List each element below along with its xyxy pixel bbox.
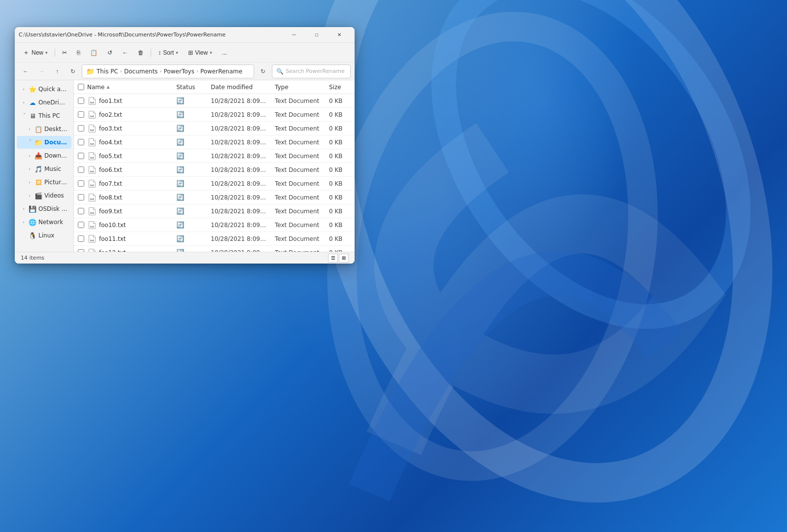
file-checkbox[interactable] bbox=[78, 222, 84, 228]
nav-refresh-button[interactable]: ↻ bbox=[66, 65, 80, 78]
file-type: Text Document bbox=[271, 180, 325, 187]
sidebar-item-downloads[interactable]: › 📥 Downloads bbox=[17, 149, 71, 162]
new-button[interactable]: ＋ New ▾ bbox=[19, 46, 52, 60]
table-row[interactable]: txt foo9.txt 🔄 10/28/2021 8:09 AM Text D… bbox=[74, 204, 355, 218]
refresh-button[interactable]: ↺ bbox=[103, 46, 116, 60]
file-checkbox[interactable] bbox=[78, 166, 84, 173]
table-row[interactable]: txt foo7.txt 🔄 10/28/2021 8:09 AM Text D… bbox=[74, 177, 355, 191]
sidebar-item-documents[interactable]: › 📁 Documents bbox=[17, 136, 71, 149]
minimize-button[interactable]: ─ bbox=[283, 27, 305, 43]
svg-point-2 bbox=[383, 0, 787, 372]
file-name-cell: txt foo4.txt bbox=[74, 138, 172, 146]
maximize-button[interactable]: □ bbox=[305, 27, 328, 43]
file-date: 10/28/2021 8:09 AM bbox=[207, 166, 271, 173]
file-checkbox[interactable] bbox=[78, 153, 84, 159]
back-button[interactable]: ← bbox=[19, 65, 33, 78]
table-row[interactable]: txt foo6.txt 🔄 10/28/2021 8:09 AM Text D… bbox=[74, 163, 355, 177]
file-type: Text Document bbox=[271, 153, 325, 160]
file-date: 10/28/2021 8:09 AM bbox=[207, 153, 271, 160]
table-row[interactable]: txt foo10.txt 🔄 10/28/2021 8:09 AM Text … bbox=[74, 218, 355, 232]
sync-icon: 🔄 bbox=[176, 180, 184, 187]
table-row[interactable]: txt foo8.txt 🔄 10/28/2021 8:09 AM Text D… bbox=[74, 191, 355, 204]
sidebar-item-pictures[interactable]: › 🖼 Pictures bbox=[17, 176, 71, 189]
file-name-cell: txt foo7.txt bbox=[74, 180, 172, 188]
table-row[interactable]: txt foo2.txt 🔄 10/28/2021 8:09 AM Text D… bbox=[74, 108, 355, 122]
sort-button[interactable]: ↕ Sort ▾ bbox=[154, 46, 182, 60]
close-button[interactable]: ✕ bbox=[328, 27, 351, 43]
header-type[interactable]: Type bbox=[271, 80, 325, 94]
sidebar-item-this-pc[interactable]: › 🖥 This PC bbox=[17, 109, 71, 122]
file-list-area: Name ▲ Status Date modified Type Size bbox=[74, 80, 355, 252]
list-view-button[interactable]: ☰ bbox=[328, 254, 338, 263]
header-size[interactable]: Size bbox=[325, 80, 355, 94]
table-row[interactable]: txt foo1.txt 🔄 10/28/2021 8:09 AM Text D… bbox=[74, 94, 355, 108]
sidebar-item-desktop[interactable]: › 📋 Desktop bbox=[17, 123, 71, 135]
file-size: 0 KB bbox=[325, 235, 355, 242]
select-all-checkbox[interactable] bbox=[78, 84, 84, 90]
more-button[interactable]: ... bbox=[218, 46, 231, 60]
file-list-header: Name ▲ Status Date modified Type Size bbox=[74, 80, 355, 94]
desktop-icon: 📋 bbox=[34, 125, 42, 133]
details-view-button[interactable]: ⊞ bbox=[339, 254, 349, 263]
view-button[interactable]: ⊞ View ▾ bbox=[184, 46, 216, 60]
file-date: 10/28/2021 8:09 AM bbox=[207, 194, 271, 201]
sidebar-item-osdisk[interactable]: › 💾 OSDisk (C:) bbox=[17, 202, 71, 215]
txt-file-icon: txt bbox=[89, 221, 96, 229]
expand-icon: › bbox=[21, 100, 27, 105]
file-checkbox[interactable] bbox=[78, 208, 84, 214]
cut-button[interactable]: ✂ bbox=[58, 46, 71, 60]
sidebar-item-music[interactable]: › 🎵 Music bbox=[17, 163, 71, 175]
status-bar: 14 items ☰ ⊞ bbox=[15, 252, 355, 264]
sidebar-item-linux[interactable]: 🐧 Linux bbox=[17, 229, 71, 242]
table-row[interactable]: txt foo12.txt 🔄 10/28/2021 8:09 AM Text … bbox=[74, 246, 355, 252]
file-status: 🔄 bbox=[172, 152, 207, 160]
sidebar-label: Documents bbox=[44, 139, 67, 146]
file-status: 🔄 bbox=[172, 207, 207, 215]
path-powerrename[interactable]: PowerRename bbox=[200, 68, 243, 75]
back-nav-button[interactable]: ← bbox=[118, 46, 132, 60]
sidebar-item-onedrive[interactable]: › ☁ OneDrive - Micro bbox=[17, 96, 71, 109]
copy-button[interactable]: ⎘ bbox=[73, 46, 84, 60]
cut-icon: ✂ bbox=[62, 49, 67, 56]
header-type-label: Type bbox=[275, 84, 289, 91]
header-status[interactable]: Status bbox=[172, 80, 207, 94]
delete-button[interactable]: 🗑 bbox=[134, 46, 148, 60]
path-powertoys[interactable]: PowerToys bbox=[164, 68, 194, 75]
search-box[interactable]: 🔍 Search PowerRename bbox=[272, 65, 351, 78]
file-name-cell: txt foo9.txt bbox=[74, 207, 172, 215]
path-this-pc[interactable]: This PC bbox=[97, 68, 118, 75]
file-checkbox[interactable] bbox=[78, 180, 84, 187]
sidebar-item-network[interactable]: › 🌐 Network bbox=[17, 216, 71, 229]
file-icon: txt bbox=[88, 111, 96, 119]
sidebar-item-quick-access[interactable]: › ⭐ Quick access bbox=[17, 83, 71, 96]
path-documents[interactable]: Documents bbox=[124, 68, 158, 75]
file-checkbox[interactable] bbox=[78, 111, 84, 118]
file-checkbox[interactable] bbox=[78, 98, 84, 104]
file-name: foo1.txt bbox=[99, 98, 122, 104]
header-date[interactable]: Date modified bbox=[207, 80, 271, 94]
table-row[interactable]: txt foo4.txt 🔄 10/28/2021 8:09 AM Text D… bbox=[74, 135, 355, 149]
table-row[interactable]: txt foo11.txt 🔄 10/28/2021 8:09 AM Text … bbox=[74, 232, 355, 246]
sidebar-label: OSDisk (C:) bbox=[38, 205, 67, 212]
table-row[interactable]: txt foo5.txt 🔄 10/28/2021 8:09 AM Text D… bbox=[74, 149, 355, 163]
file-checkbox[interactable] bbox=[78, 235, 84, 242]
file-name: foo8.txt bbox=[99, 194, 122, 201]
table-row[interactable]: txt foo3.txt 🔄 10/28/2021 8:09 AM Text D… bbox=[74, 122, 355, 135]
file-checkbox[interactable] bbox=[78, 125, 84, 132]
txt-file-icon: txt bbox=[89, 111, 96, 119]
txt-file-icon: txt bbox=[89, 125, 96, 133]
file-size: 0 KB bbox=[325, 125, 355, 132]
paste-button[interactable]: 📋 bbox=[86, 46, 101, 60]
up-button[interactable]: ↑ bbox=[50, 65, 64, 78]
sidebar-item-videos[interactable]: › 🎬 Videos bbox=[17, 189, 71, 202]
file-type: Text Document bbox=[271, 125, 325, 132]
forward-button[interactable]: → bbox=[34, 65, 48, 78]
address-refresh-button[interactable]: ↻ bbox=[256, 65, 270, 78]
txt-file-icon: txt bbox=[89, 138, 96, 146]
header-name[interactable]: Name ▲ bbox=[74, 80, 172, 94]
file-checkbox[interactable] bbox=[78, 194, 84, 200]
file-checkbox[interactable] bbox=[78, 139, 84, 145]
file-size: 0 KB bbox=[325, 180, 355, 187]
file-date: 10/28/2021 8:09 AM bbox=[207, 139, 271, 146]
address-path[interactable]: 📁 This PC › Documents › PowerToys › Powe… bbox=[82, 65, 254, 78]
